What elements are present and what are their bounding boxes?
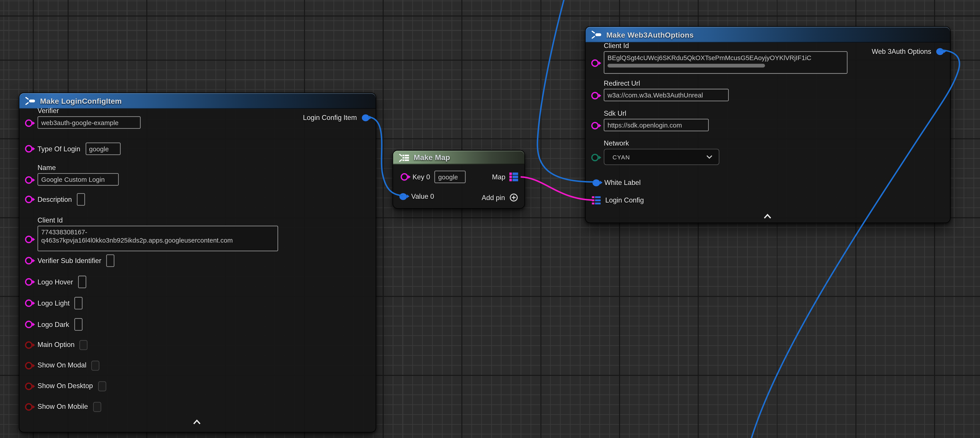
input-pin-network[interactable] (591, 154, 599, 161)
collapse-node-chevron-icon[interactable] (763, 214, 772, 219)
node-make-web3authoptions[interactable]: Make Web3AuthOptions Web 3Auth Options C… (585, 26, 951, 223)
network-dropdown[interactable]: CYAN (604, 149, 719, 165)
input-pin-name[interactable] (25, 176, 32, 184)
node-header[interactable]: Make LoginConfigItem (19, 93, 375, 108)
output-pin-web3auth-options[interactable] (936, 48, 944, 55)
show-on-desktop-checkbox[interactable] (98, 381, 106, 391)
output-login-config-item: Login Config Item (303, 113, 369, 123)
input-pin-key-0[interactable] (401, 173, 408, 181)
input-pin-logo-dark[interactable] (25, 321, 32, 328)
key-0-input[interactable]: google (434, 171, 466, 183)
node-title: Make Web3AuthOptions (606, 30, 694, 39)
main-option-checkbox[interactable] (80, 340, 88, 350)
input-pin-verifier-sub-identifier[interactable] (25, 257, 32, 264)
output-pin-login-config-item[interactable] (362, 114, 369, 121)
chevron-down-icon (706, 155, 713, 159)
node-header[interactable]: Make Map (393, 151, 525, 164)
input-pin-login-config[interactable] (592, 196, 601, 204)
input-pin-type-of-login[interactable] (25, 145, 32, 153)
input-pin-description[interactable] (25, 196, 32, 203)
collapse-node-chevron-icon[interactable] (192, 419, 201, 424)
node-make-loginconfigitem[interactable]: Make LoginConfigItem Login Config Item V… (19, 92, 376, 433)
logo-light-input[interactable] (75, 297, 83, 309)
input-pin-sdk-url[interactable] (591, 122, 599, 129)
input-pin-logo-light[interactable] (25, 299, 32, 307)
type-of-login-input[interactable]: google (85, 142, 120, 155)
blueprint-canvas[interactable]: Make LoginConfigItem Login Config Item V… (0, 0, 980, 438)
redirect-url-input[interactable]: w3a://com.w3a.Web3AuthUnreal (604, 89, 729, 101)
client-id-input[interactable]: BEglQSgt4cUWcj6SKRdu5QkOXTsePmMcusG5EAoy… (604, 51, 847, 74)
description-input[interactable] (77, 193, 85, 205)
input-pin-logo-hover[interactable] (25, 278, 32, 286)
node-make-map[interactable]: Make Map Key 0 google Map Value 0 Add pi… (393, 150, 525, 209)
make-map-icon (399, 154, 409, 162)
make-struct-icon (25, 97, 36, 105)
name-input[interactable]: Google Custom Login (38, 173, 119, 186)
add-pin-plus-icon (509, 193, 518, 202)
logo-dark-input[interactable] (74, 318, 83, 331)
input-pin-client-id[interactable] (591, 59, 599, 67)
client-id-input[interactable]: 774338308167-q463s7kpvja16l4l0kko3nb925i… (38, 226, 278, 251)
logo-hover-input[interactable] (78, 276, 86, 288)
input-pin-white-label[interactable] (593, 179, 600, 186)
add-pin-button[interactable]: Add pin (482, 193, 518, 202)
verifier-sub-identifier-input[interactable] (107, 254, 115, 267)
wire-map-to-loginconfig[interactable] (521, 177, 593, 200)
input-pin-show-on-mobile[interactable] (25, 403, 32, 410)
output-pin-map[interactable] (509, 173, 518, 181)
node-title: Make LoginConfigItem (40, 97, 122, 105)
input-pin-show-on-modal[interactable] (25, 362, 32, 369)
input-pin-main-option[interactable] (25, 341, 32, 349)
node-header[interactable]: Make Web3AuthOptions (586, 27, 950, 43)
make-struct-icon (591, 31, 602, 39)
input-pin-verifier[interactable] (25, 119, 32, 127)
verifier-input[interactable]: web3auth-google-example (38, 116, 141, 129)
input-pin-redirect-url[interactable] (591, 92, 599, 99)
show-on-mobile-checkbox[interactable] (93, 402, 101, 412)
field-horizontal-scrollbar[interactable] (608, 64, 765, 67)
show-on-modal-checkbox[interactable] (91, 360, 100, 370)
node-title: Make Map (414, 153, 450, 162)
input-pin-client-id[interactable] (25, 236, 32, 243)
input-pin-show-on-desktop[interactable] (25, 382, 32, 390)
input-pin-value-0[interactable] (399, 193, 407, 200)
sdk-url-input[interactable]: https://sdk.openlogin.com (604, 119, 709, 131)
